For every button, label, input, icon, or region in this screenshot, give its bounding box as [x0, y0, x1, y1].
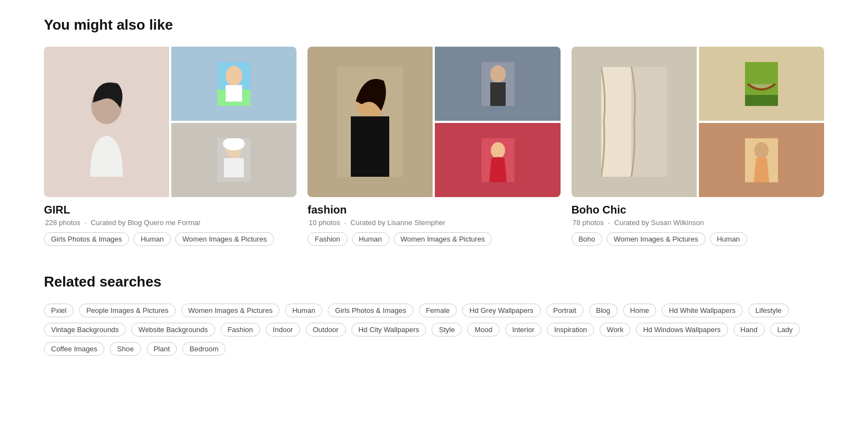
related-tag-lifestyle[interactable]: Lifestyle [748, 304, 789, 317]
fashion-portrait-icon [337, 67, 403, 177]
related-tag-hd-grey[interactable]: Hd Grey Wallpapers [462, 304, 541, 317]
tag-girls-photos[interactable]: Girls Photos & Images [44, 232, 129, 246]
related-tag-home[interactable]: Home [623, 304, 657, 317]
card-fashion-tags: Fashion Human Women Images & Pictures [307, 232, 560, 246]
related-tag-mood[interactable]: Mood [467, 323, 500, 337]
card-girl-images [44, 47, 296, 197]
svg-rect-8 [224, 158, 244, 177]
svg-rect-20 [745, 95, 778, 106]
svg-point-3 [226, 66, 242, 86]
related-tag-people-images[interactable]: People Images & Pictures [79, 304, 176, 317]
svg-point-13 [490, 65, 506, 83]
card-boho-chic[interactable]: Boho Chic 78 photos · Curated by Susan W… [572, 47, 824, 246]
related-tag-hand[interactable]: Hand [733, 323, 765, 337]
svg-rect-4 [226, 85, 242, 102]
card-girl-meta: 228 photos · Curated by Blog Quero me Fo… [44, 218, 296, 227]
tag-fashion[interactable]: Fashion [307, 232, 347, 246]
card-girl-sub-image-2 [171, 123, 296, 197]
related-tag-blog[interactable]: Blog [589, 304, 618, 317]
svg-rect-14 [490, 82, 506, 106]
card-girl[interactable]: GIRL 228 photos · Curated by Blog Quero … [44, 47, 296, 246]
girl-winter-icon [217, 138, 250, 182]
svg-point-22 [754, 142, 769, 159]
card-girl-tags: Girls Photos & Images Human Women Images… [44, 232, 296, 246]
related-tag-coffee-images[interactable]: Coffee Images [44, 342, 104, 356]
fashion-red-icon [481, 138, 514, 182]
fashion-street-icon [481, 62, 514, 106]
card-girl-sub-image-1 [171, 47, 296, 121]
card-boho-sub-image-1 [699, 47, 824, 121]
card-boho-sub-image-2 [699, 123, 824, 197]
tag-women-images-3[interactable]: Women Images & Pictures [607, 232, 705, 246]
related-tag-hd-white[interactable]: Hd White Wallpapers [662, 304, 743, 317]
card-boho-meta: 78 photos · Curated by Susan Wilkinson [572, 218, 824, 227]
card-fashion-images [307, 47, 560, 197]
related-tag-shoe[interactable]: Shoe [110, 342, 141, 356]
card-boho-title: Boho Chic [572, 204, 824, 216]
related-tag-interior[interactable]: Interior [505, 323, 541, 337]
related-tag-website-backgrounds[interactable]: Website Backgrounds [131, 323, 215, 337]
boho-hammock-icon [745, 62, 778, 106]
related-tag-hd-city[interactable]: Hd City Wallpapers [351, 323, 427, 337]
related-tag-work[interactable]: Work [600, 323, 630, 337]
related-tag-bedroom[interactable]: Bedroom [182, 342, 226, 356]
tag-human-3[interactable]: Human [710, 232, 747, 246]
related-tag-plant[interactable]: Plant [147, 342, 177, 356]
card-fashion-title: fashion [307, 204, 560, 216]
related-searches-section: Related searches Pxiel People Images & P… [44, 273, 824, 356]
related-tag-girls-photos[interactable]: Girls Photos & Images [328, 304, 413, 317]
related-tag-pxiel[interactable]: Pxiel [44, 304, 74, 317]
girl-outdoor-icon [217, 62, 250, 106]
card-fashion-main-image [307, 47, 433, 197]
related-tag-women-images[interactable]: Women Images & Pictures [181, 304, 280, 317]
card-boho-main-image [572, 47, 697, 197]
related-tag-inspiration[interactable]: Inspiration [547, 323, 594, 337]
svg-point-16 [491, 142, 505, 159]
card-fashion-meta: 10 photos · Curated by Lisanne Stempher [307, 218, 560, 227]
related-tag-style[interactable]: Style [432, 323, 462, 337]
related-tag-human[interactable]: Human [285, 304, 322, 317]
boho-beach-icon [745, 138, 778, 182]
tag-human-1[interactable]: Human [133, 232, 171, 246]
card-boho-images [572, 47, 824, 197]
card-boho-tags: Boho Women Images & Pictures Human [572, 232, 824, 246]
related-tag-female[interactable]: Female [419, 304, 457, 317]
related-tag-lady[interactable]: Lady [770, 323, 800, 337]
tag-boho[interactable]: Boho [572, 232, 602, 246]
tag-human-2[interactable]: Human [352, 232, 389, 246]
related-tag-fashion[interactable]: Fashion [221, 323, 260, 337]
related-tag-portrait[interactable]: Portrait [546, 304, 584, 317]
tag-women-images-2[interactable]: Women Images & Pictures [394, 232, 492, 246]
card-fashion-sub-image-1 [435, 47, 560, 121]
tag-women-images-1[interactable]: Women Images & Pictures [175, 232, 274, 246]
related-tag-vintage-backgrounds[interactable]: Vintage Backgrounds [44, 323, 126, 337]
girl-portrait-icon [74, 67, 139, 177]
section-title-related-searches: Related searches [44, 273, 824, 290]
section-title-you-might-like: You might also like [44, 16, 824, 33]
card-fashion-sub-image-2 [435, 123, 560, 197]
svg-rect-18 [601, 67, 631, 177]
card-girl-main-image [44, 47, 169, 197]
related-tag-outdoor[interactable]: Outdoor [306, 323, 346, 337]
related-tag-hd-windows[interactable]: Hd Windows Wallpapers [636, 323, 727, 337]
boho-curtain-icon [601, 67, 667, 177]
card-fashion[interactable]: fashion 10 photos · Curated by Lisanne S… [307, 47, 560, 246]
related-tags-container: Pxiel People Images & Pictures Women Ima… [44, 304, 824, 356]
card-girl-title: GIRL [44, 204, 296, 216]
cards-grid: GIRL 228 photos · Curated by Blog Quero … [44, 47, 824, 246]
related-tag-indoor[interactable]: Indoor [266, 323, 300, 337]
svg-rect-11 [351, 116, 389, 177]
